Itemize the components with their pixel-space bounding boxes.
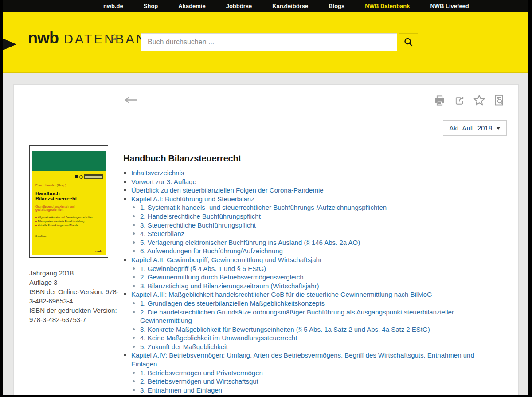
cover-bullet-list: Allgemeine Ansatz- und Bewertungsvorschr… <box>35 216 102 227</box>
bullet-icon <box>124 181 126 183</box>
bullet-icon <box>133 389 135 391</box>
header-band: nwb DATENBANK <box>3 12 528 73</box>
topnav-item[interactable]: Kanzleibörse <box>272 3 308 9</box>
search-in-document-button[interactable] <box>493 94 506 107</box>
share-icon <box>454 94 466 106</box>
print-button[interactable] <box>433 94 446 107</box>
metadata-line: ISBN der gedruckten Version: 978-3-482-6… <box>29 306 123 324</box>
book-cover[interactable]: Prinz · Kanzler (Hrsg.) Handbuch Bilanzs… <box>29 145 108 258</box>
cover-green-band <box>32 151 106 171</box>
toc-link[interactable]: 4. Keine Maßgeblichkeit im Umwandlungsst… <box>140 334 297 342</box>
toc-link[interactable]: Überblick zu den steuerbilanziellen Folg… <box>131 186 324 194</box>
bullet-icon <box>124 172 126 174</box>
edition-dropdown[interactable]: Akt. Aufl. 2018 <box>443 120 507 136</box>
search-input[interactable] <box>141 33 397 51</box>
cover-bullet-item: Allgemeine Ansatz- und Bewertungsvorschr… <box>35 216 102 219</box>
bullet-icon <box>133 311 135 313</box>
cover-bullet-item: Aktuelle Entwicklungen und Trends <box>35 224 102 227</box>
favorite-button[interactable] <box>473 94 486 107</box>
toc-link[interactable]: 2. Handelsrechtliche Buchführungspflicht <box>140 212 261 220</box>
toc-link[interactable]: Kapitel A.II: Gewinnbegriff, Gewinnermit… <box>131 256 322 263</box>
toc-item: 5. Zukunft der Maßgeblichkeit <box>132 342 488 351</box>
cover-bullet-text: Aktuelle Entwicklungen und Trends <box>38 224 78 227</box>
toc-link[interactable]: 5. Verlagerung elektronischer Buchführun… <box>140 239 360 246</box>
bullet-icon <box>133 232 135 235</box>
toc-link[interactable]: 3. Steuerrechtliche Buchführungspflicht <box>140 221 256 229</box>
cover-publisher-logo: nwb <box>95 249 102 253</box>
toc-link[interactable]: 1. Gewinnbegriff (§ 4 Abs. 1 und § 5 ESt… <box>140 265 266 272</box>
topnav-item[interactable]: Shop <box>144 3 158 9</box>
toc-link[interactable]: Vorwort zur 3. Auflage <box>131 178 196 185</box>
cover-bullet-text: Allgemeine Ansatz- und Bewertungsvorschr… <box>38 216 93 219</box>
chevron-down-icon <box>496 127 501 130</box>
toc-link[interactable]: 4. Steuerbilanz <box>140 230 184 237</box>
toc-link[interactable]: 1. Systematik handels- und steuerrechtli… <box>140 204 387 211</box>
search-icon <box>403 37 413 47</box>
bullet-icon <box>133 206 135 208</box>
cover-badge-label <box>84 174 103 179</box>
topnav-item[interactable]: Blogs <box>329 3 344 9</box>
bullet-icon <box>133 250 135 252</box>
metadata-line: Auflage 3 <box>29 278 123 287</box>
cover-badge <box>75 174 103 179</box>
toc-link[interactable]: Inhaltsverzeichnis <box>131 169 184 177</box>
content-panel: Akt. Aufl. 2018 Prinz · Kanzler (Hrsg.) … <box>13 84 519 395</box>
cover-authors: Prinz · Kanzler (Hrsg.) <box>35 184 102 187</box>
nwb-datenbank-logo[interactable]: nwb DATENBANK <box>28 29 157 47</box>
topnav-item[interactable]: Jobbörse <box>226 3 252 9</box>
toc-link[interactable]: 5. Zukunft der Maßgeblichkeit <box>140 343 228 350</box>
toc-item: 2. Handelsrechtliche Buchführungspflicht <box>132 212 488 221</box>
metadata-line: Jahrgang 2018 <box>29 268 123 278</box>
cover-edition: 3. Auflage <box>35 235 102 237</box>
home-icon[interactable] <box>111 33 119 41</box>
bullet-icon <box>35 221 37 222</box>
main-area: Akt. Aufl. 2018 Prinz · Kanzler (Hrsg.) … <box>3 73 528 395</box>
toc-item: 6. Aufwendungen für Buchführung/Aufzeich… <box>132 247 488 255</box>
toc-item: Überblick zu den steuerbilanziellen Folg… <box>123 186 488 195</box>
toc-item: 1. Grundlagen des steuerbilanziellen Maß… <box>132 299 488 308</box>
bullet-icon <box>133 328 135 330</box>
toc-link[interactable]: Kapitel A.IV: Betriebsvermögen: Umfang, … <box>131 351 474 368</box>
toc-item: 3. Konkrete Maßgeblichkeit für Bewertung… <box>132 325 488 334</box>
toc-item: Kapitel A.I: Buchführung und Steuerbilan… <box>123 195 488 204</box>
search-bar <box>141 33 418 51</box>
toc-link[interactable]: 6. Aufwendungen für Buchführung/Aufzeich… <box>140 247 283 255</box>
toc-link[interactable]: 3. Entnahmen und Einlagen <box>140 386 222 394</box>
toc-link[interactable]: 2. Gewinnermittlung durch Betriebsvermög… <box>140 273 304 281</box>
toc-item: 3. Steuerrechtliche Buchführungspflicht <box>132 221 488 230</box>
cover-subtitle: Grundlegend, praxisnah und gestaltungsor… <box>35 205 102 211</box>
document-search-icon <box>493 94 505 106</box>
toc-link[interactable]: 3. Bilanzstichtag und Bilanzierungszeitr… <box>140 282 319 290</box>
bullet-icon <box>35 217 37 218</box>
bullet-icon <box>133 380 135 382</box>
toc-link[interactable]: Kapitel A.III: Maßgeblichkeit handelsrec… <box>131 291 432 298</box>
back-button[interactable] <box>124 96 138 104</box>
toc-link[interactable]: 1. Grundlagen des steuerbilanziellen Maß… <box>140 299 325 307</box>
book-metadata: Jahrgang 2018 Auflage 3 ISBN der Online-… <box>29 268 123 324</box>
bullet-icon <box>133 337 135 339</box>
topnav-item[interactable]: NWB Datenbank <box>365 3 410 9</box>
toc-link[interactable]: 2. Die handelsrechtlichen Grundsätze ord… <box>140 308 454 325</box>
toc-item: Kapitel A.IV: Betriebsvermögen: Umfang, … <box>123 351 488 368</box>
edition-dropdown-label: Akt. Aufl. 2018 <box>449 124 492 132</box>
bullet-icon <box>133 285 135 287</box>
toc-item: 5. Verlagerung elektronischer Buchführun… <box>132 238 488 247</box>
toc-link[interactable]: 1. Betriebsvermögen und Privatvermögen <box>140 369 263 377</box>
toc-link[interactable]: 2. Betriebsvermögen und Wirtschaftsgut <box>140 377 258 385</box>
toc-item: 3. Entnahmen und Einlagen <box>132 386 488 395</box>
bullet-icon <box>124 354 126 356</box>
topnav-item[interactable]: Akademie <box>178 3 205 9</box>
bullet-icon <box>133 241 135 244</box>
document-action-toolbar <box>433 94 506 107</box>
bullet-icon <box>133 267 135 270</box>
toc-link[interactable]: 3. Konkrete Maßgeblichkeit für Bewertung… <box>140 326 430 333</box>
topnav-item[interactable]: NWB Livefeed <box>430 3 469 9</box>
toc-link[interactable]: Kapitel A.I: Buchführung und Steuerbilan… <box>131 195 254 203</box>
topnav-item[interactable]: nwb.de <box>103 3 123 9</box>
toc-item: 4. Keine Maßgeblichkeit im Umwandlungsst… <box>132 334 488 342</box>
top-navigation: nwb.de Shop Akademie Jobbörse Kanzleibör… <box>3 0 528 12</box>
share-button[interactable] <box>453 94 466 107</box>
toc-item: 2. Betriebsvermögen und Wirtschaftsgut <box>132 377 488 386</box>
toc-item: 1. Gewinnbegriff (§ 4 Abs. 1 und § 5 ESt… <box>132 264 488 273</box>
search-button[interactable] <box>399 33 418 51</box>
